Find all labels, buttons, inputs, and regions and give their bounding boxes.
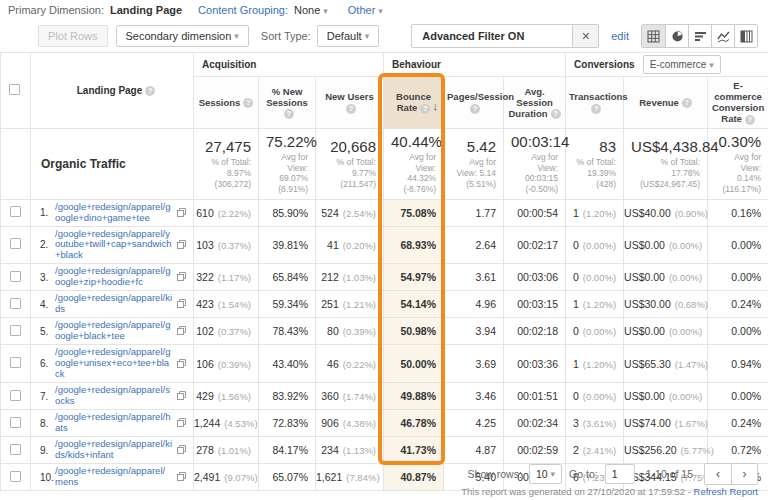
conversions-label: Conversions: [574, 59, 635, 70]
revenue-cell: US$65.30(1.47%): [624, 345, 708, 383]
row-checkbox[interactable]: [10, 206, 21, 217]
table-row: 9. /google+redesign/apparel/kids/kids+in…: [1, 437, 768, 464]
landing-page-header[interactable]: Landing Page: [31, 53, 194, 129]
secondary-dimension-button[interactable]: Secondary dimension: [116, 25, 249, 47]
help-icon[interactable]: [284, 109, 294, 119]
new-users-cell: 360(1.74%): [316, 383, 384, 410]
open-page-icon[interactable]: [177, 358, 186, 370]
conversion-rate-cell: 0.94%: [708, 345, 768, 383]
help-icon[interactable]: [551, 109, 561, 119]
help-icon[interactable]: [145, 86, 155, 96]
sort-type-label: Sort Type:: [261, 30, 311, 42]
new-sessions-header[interactable]: % New Sessions: [259, 77, 316, 129]
row-range-text: 1-10 of 15: [646, 468, 693, 480]
percentage-view-icon[interactable]: [665, 25, 688, 47]
content-grouping-dropdown[interactable]: None: [294, 4, 328, 16]
help-icon[interactable]: [591, 104, 601, 114]
table-view-icon[interactable]: [642, 25, 665, 47]
open-page-icon[interactable]: [177, 417, 186, 429]
new-users-cell: 524(2.54%): [316, 199, 384, 226]
refresh-report-link[interactable]: Refresh Report: [694, 486, 758, 497]
revenue-cell: US$30.00(0.68%): [624, 291, 708, 318]
row-checkbox[interactable]: [10, 238, 21, 249]
landing-page-link[interactable]: /google+redesign/apparel/youtube+twill+c…: [55, 229, 172, 262]
performance-view-icon[interactable]: [688, 25, 711, 47]
open-page-icon[interactable]: [177, 444, 186, 456]
row-checkbox[interactable]: [10, 325, 21, 336]
row-index: 9.: [31, 445, 55, 456]
content-grouping-link[interactable]: Content Grouping:: [198, 4, 288, 16]
row-checkbox[interactable]: [10, 298, 21, 309]
landing-page-link[interactable]: /google+redesign/apparel/hats: [55, 412, 172, 434]
primary-dimension-value[interactable]: Landing Page: [110, 4, 182, 16]
conversion-rate-cell: 0.72%: [708, 437, 768, 464]
landing-page-link[interactable]: /google+redesign/apparel/google+unisex+e…: [55, 347, 172, 380]
new-users-cell: 906(4.38%): [316, 410, 384, 437]
show-rows-select[interactable]: 10: [529, 464, 562, 484]
remove-filter-icon[interactable]: [572, 25, 598, 47]
avg-duration-cell: 00:02:34: [504, 410, 566, 437]
open-page-icon[interactable]: [177, 271, 186, 283]
landing-page-link[interactable]: /google+redesign/apparel/socks: [55, 385, 172, 407]
sessions-cell: 322(1.17%): [194, 264, 259, 291]
revenue-header[interactable]: Revenue: [624, 77, 708, 129]
totals-revenue: US$4,438.84% of Total: 17.78% (US$24,967…: [624, 129, 708, 200]
pivot-view-icon[interactable]: [734, 25, 757, 47]
row-checkbox[interactable]: [10, 444, 21, 455]
transactions-cell: 0(0.00%): [566, 383, 624, 410]
row-checkbox[interactable]: [10, 357, 21, 368]
previous-page-button[interactable]: ‹: [705, 464, 731, 484]
open-page-icon[interactable]: [177, 390, 186, 402]
row-checkbox[interactable]: [10, 471, 21, 482]
bounce-rate-header[interactable]: Bounce Rate: [384, 77, 444, 129]
open-page-icon[interactable]: [177, 298, 186, 310]
table-row: 3. /google+redesign/apparel/google+zip+h…: [1, 264, 768, 291]
open-page-icon[interactable]: [177, 239, 186, 251]
help-icon[interactable]: [243, 98, 253, 108]
landing-page-link[interactable]: /google+redesign/apparel/google+black+te…: [55, 320, 172, 342]
comparison-view-icon[interactable]: [711, 25, 734, 47]
sessions-cell: 278(1.01%): [194, 437, 259, 464]
row-checkbox[interactable]: [10, 390, 21, 401]
table-row: 7. /google+redesign/apparel/socks 429(1.…: [1, 383, 768, 410]
select-all-checkbox[interactable]: [9, 84, 20, 95]
landing-page-link[interactable]: /google+redesign/apparel/google+zip+hood…: [55, 266, 172, 288]
help-icon[interactable]: [470, 104, 480, 114]
help-icon[interactable]: [346, 104, 356, 114]
help-icon[interactable]: [745, 115, 755, 125]
next-page-button[interactable]: ›: [731, 464, 757, 484]
row-index: 10.: [31, 472, 55, 483]
open-page-icon[interactable]: [177, 325, 186, 337]
transactions-cell: 0(0.00%): [566, 318, 624, 345]
help-icon[interactable]: [420, 104, 430, 114]
totals-new-users: 20,668% of Total: 9.77% (211,547): [316, 129, 384, 200]
conversions-type-dropdown[interactable]: E-commerce: [643, 55, 721, 74]
landing-page-link[interactable]: /google+redesign/apparel/kids/kids+infan…: [55, 439, 172, 461]
sessions-header[interactable]: Sessions: [194, 77, 259, 129]
conversion-rate-header[interactable]: E-commerce Conversion Rate: [708, 77, 768, 129]
avg-duration-header[interactable]: Avg. Session Duration: [504, 77, 566, 129]
help-icon[interactable]: [682, 98, 692, 108]
open-page-icon[interactable]: [177, 207, 186, 219]
bounce-rate-cell: 49.88%: [384, 383, 444, 410]
pages-session-cell: 3.46: [444, 383, 504, 410]
row-checkbox-cell: [1, 226, 31, 264]
new-users-header[interactable]: New Users: [316, 77, 384, 129]
edit-filter-link[interactable]: edit: [611, 30, 629, 42]
other-dropdown[interactable]: Other: [348, 4, 383, 16]
bounce-rate-cell: 50.98%: [384, 318, 444, 345]
avg-duration-cell: 00:03:06: [504, 264, 566, 291]
sort-type-dropdown[interactable]: Default: [317, 25, 379, 47]
landing-page-link[interactable]: /google+redesign/apparel/google+dino+gam…: [55, 202, 172, 224]
row-checkbox[interactable]: [10, 271, 21, 282]
open-page-icon[interactable]: [177, 471, 186, 483]
landing-page-link[interactable]: /google+redesign/apparel/kids: [55, 293, 172, 315]
pages-session-cell: 3.69: [444, 345, 504, 383]
row-index: 3.: [31, 272, 55, 283]
goto-page-input[interactable]: 1: [605, 464, 635, 484]
pages-session-header[interactable]: Pages/Session: [444, 77, 504, 129]
avg-duration-cell: 00:00:54: [504, 199, 566, 226]
landing-page-link[interactable]: /google+redesign/apparel/mens: [55, 466, 172, 488]
row-checkbox[interactable]: [10, 417, 21, 428]
transactions-header[interactable]: Transactions: [566, 77, 624, 129]
